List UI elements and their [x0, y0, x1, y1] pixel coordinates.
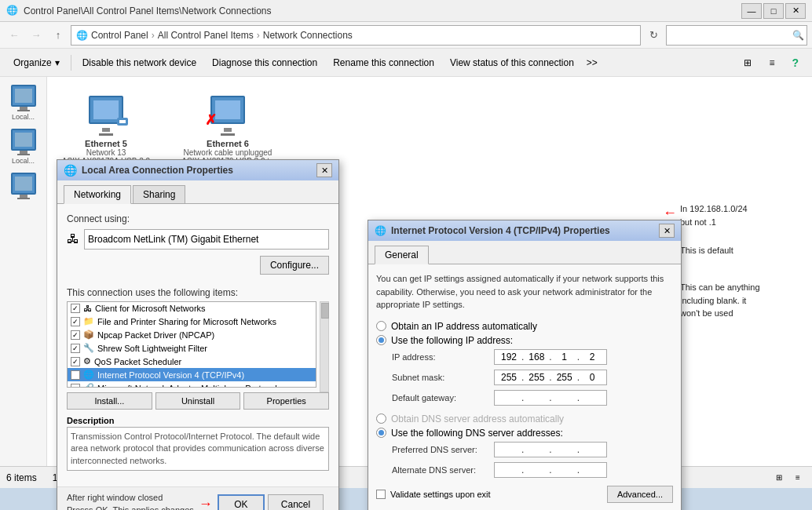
back-button[interactable]: ←: [5, 26, 24, 45]
up-button[interactable]: ↑: [49, 26, 68, 45]
footer-note-row: After right window closedPresss OK. This…: [67, 492, 329, 510]
list-item-2[interactable]: 📦 Npcap Packet Driver (NPCAP): [68, 328, 316, 341]
properties-button[interactable]: Properties: [243, 392, 329, 410]
lac-cancel-button[interactable]: Cancel: [268, 494, 324, 510]
ip-fields: IP address: . . . Subnet mask:: [376, 349, 673, 406]
list-item-0[interactable]: 🖧 Client for Microsoft Networks: [68, 302, 316, 315]
subnet-octet-3[interactable]: [554, 372, 576, 383]
rename-button[interactable]: Rename this connection: [326, 52, 441, 74]
ip-octet-1[interactable]: [498, 352, 520, 362]
radio-manual-dns[interactable]: Use the following DNS server addresses:: [376, 428, 673, 439]
lac-dialog-tabs: Networking Sharing: [57, 180, 338, 203]
checkbox-1[interactable]: [71, 317, 80, 326]
subnet-input-group[interactable]: . . .: [494, 370, 607, 385]
subnet-octet-2[interactable]: [525, 372, 547, 383]
adns-octet-4[interactable]: [581, 464, 603, 475]
subnet-octet-4[interactable]: [581, 372, 603, 383]
disable-network-button[interactable]: Disable this network device: [75, 52, 203, 74]
install-button[interactable]: Install...: [67, 392, 152, 410]
ethernet6-name: Ethernet 6: [207, 139, 249, 148]
list-scrollbar[interactable]: [320, 301, 329, 392]
pdns-octet-4[interactable]: [581, 444, 603, 455]
ipv4-close-button[interactable]: ✕: [659, 224, 675, 238]
view-icons-button[interactable]: ⊞: [737, 52, 759, 74]
subnet-annotation: ← This is default: [663, 244, 812, 265]
checkbox-0[interactable]: [71, 304, 80, 313]
forward-button[interactable]: →: [27, 26, 46, 45]
nav-icon-3[interactable]: [11, 173, 36, 199]
pdns-octet-1[interactable]: [498, 444, 520, 455]
advanced-button[interactable]: Advanced...: [607, 486, 673, 503]
radio-auto-ip-btn[interactable]: [376, 321, 386, 331]
diagnose-button[interactable]: Diagnose this connection: [205, 52, 324, 74]
subnet-octet-1[interactable]: [498, 372, 520, 383]
list-item-6[interactable]: 🔗 Microsoft Network Adapter Multiplexor …: [68, 381, 316, 388]
ip-octet-4[interactable]: [581, 352, 603, 362]
main-area: Local... Local...: [0, 77, 812, 488]
ip-octet-3[interactable]: [554, 352, 576, 362]
gateway-octet-1[interactable]: [498, 392, 520, 403]
subnet-annotation-text: This is default: [680, 244, 733, 257]
tab-networking[interactable]: Networking: [64, 185, 131, 204]
gateway-input-group[interactable]: . . .: [494, 390, 607, 406]
radio-manual-ip-btn[interactable]: [376, 335, 386, 345]
checkbox-3[interactable]: [71, 344, 80, 353]
checkbox-6[interactable]: [71, 384, 80, 388]
ipv4-info-text: You can get IP settings assigned automat…: [376, 272, 673, 311]
gateway-annotation-text: This can be anything including blank. it…: [680, 281, 760, 320]
adns-octet-1[interactable]: [498, 464, 520, 475]
gateway-octet-2[interactable]: [525, 392, 547, 403]
preferred-dns-label: Preferred DNS server:: [392, 445, 494, 454]
tab-general[interactable]: General: [375, 246, 429, 264]
radio-manual-ip[interactable]: Use the following IP address:: [376, 335, 673, 346]
checkbox-5[interactable]: [71, 370, 80, 380]
adns-octet-3[interactable]: [554, 464, 576, 475]
breadcrumb-allitems[interactable]: All Control Panel Items: [158, 30, 254, 41]
configure-button[interactable]: Configure...: [260, 256, 329, 275]
adns-octet-2[interactable]: [525, 464, 547, 475]
organize-button[interactable]: Organize ▾: [6, 52, 67, 74]
validate-row[interactable]: Validate settings upon exit Advanced...: [376, 486, 673, 503]
breadcrumb-controlpanel[interactable]: Control Panel: [91, 30, 148, 41]
minimize-button[interactable]: —: [741, 3, 762, 19]
pdns-octet-2[interactable]: [525, 444, 547, 455]
pdns-octet-3[interactable]: [554, 444, 576, 455]
maximize-button[interactable]: □: [763, 3, 784, 19]
lac-dialog-body: Connect using: 🖧 Broadcom NetLink (TM) G…: [57, 203, 338, 486]
breadcrumb-netconn[interactable]: Network Connections: [263, 30, 353, 41]
status-view-list[interactable]: ≡: [790, 470, 806, 486]
dns-section: Obtain DNS server address automatically …: [376, 413, 673, 478]
list-item-5[interactable]: 🌐 Internet Protocol Version 4 (TCP/IPv4): [68, 368, 316, 381]
radio-manual-dns-btn[interactable]: [376, 428, 386, 438]
checkbox-4[interactable]: [71, 357, 80, 366]
preferred-dns-input[interactable]: . . .: [494, 442, 607, 457]
tab-sharing[interactable]: Sharing: [133, 185, 185, 203]
view-status-button[interactable]: View status of this connection: [443, 52, 581, 74]
validate-checkbox[interactable]: [376, 490, 386, 499]
lac-dialog-close-button[interactable]: ✕: [316, 163, 332, 177]
close-button[interactable]: ✕: [785, 3, 806, 19]
ip-octet-2[interactable]: [525, 352, 547, 362]
alternate-dns-input[interactable]: . . .: [494, 462, 607, 478]
radio-auto-ip[interactable]: Obtain an IP address automatically: [376, 321, 673, 332]
gateway-octet-3[interactable]: [554, 392, 576, 403]
view-details-button[interactable]: ≡: [762, 52, 781, 74]
list-item-1[interactable]: 📁 File and Printer Sharing for Microsoft…: [68, 315, 316, 328]
radio-auto-dns-btn[interactable]: [376, 413, 386, 424]
nav-icon-2[interactable]: Local...: [11, 129, 36, 165]
list-item-3[interactable]: 🔧 Shrew Soft Lightweight Filter: [68, 341, 316, 355]
search-input[interactable]: [671, 30, 789, 41]
list-item-4[interactable]: ⚙ QoS Packet Scheduler: [68, 355, 316, 368]
ip-input-group[interactable]: . . .: [494, 349, 607, 365]
checkbox-2[interactable]: [71, 330, 80, 340]
refresh-button[interactable]: ↻: [644, 26, 663, 45]
status-view-icons[interactable]: ⊞: [771, 470, 787, 486]
more-button[interactable]: >>: [583, 52, 602, 74]
nav-icon-1[interactable]: Local...: [11, 85, 36, 121]
radio-auto-dns[interactable]: Obtain DNS server address automatically: [376, 413, 673, 424]
help-button[interactable]: ?: [785, 52, 806, 74]
lac-ok-button[interactable]: OK: [218, 494, 265, 510]
uninstall-button[interactable]: Uninstall: [155, 392, 241, 410]
gateway-octet-4[interactable]: [581, 392, 603, 403]
radio-auto-ip-label: Obtain an IP address automatically: [391, 321, 537, 332]
